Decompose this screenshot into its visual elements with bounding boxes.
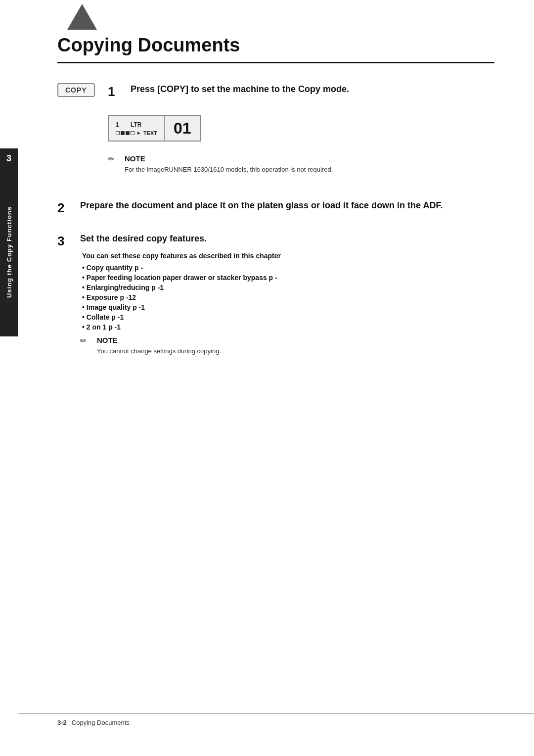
main-content: Copying Documents COPY 1 Press [COPY] to… [18, 0, 534, 756]
copy-button[interactable]: COPY [57, 83, 95, 97]
step3-note: ✏ NOTE You cannot change settings during… [80, 336, 494, 356]
step3-note-content: NOTE You cannot change settings during c… [97, 336, 221, 356]
step1-content: 1 Press [COPY] to set the machine to the… [108, 83, 494, 185]
note-icon-1: ✏ [108, 154, 120, 164]
footer-section: 3-2 [57, 719, 67, 726]
bullet-item-1: • Copy quantity p - [82, 264, 494, 272]
step1-row: COPY 1 Press [COPY] to set the machine t… [57, 83, 494, 185]
lcd-display: 1 LTR ► TEXT 01 [108, 115, 201, 142]
step3-note-text: You cannot change settings during copyin… [97, 346, 221, 356]
step3-number: 3 [57, 234, 71, 249]
bullet-item-5: • Image quality p -1 [82, 303, 494, 311]
step2-content: Prepare the document and place it on the… [80, 199, 494, 219]
lcd-squares [116, 131, 134, 135]
bullet-item-6: • Collate p -1 [82, 313, 494, 321]
side-tab: Using the Copy Functions [0, 168, 18, 336]
chapter-header: Copying Documents [57, 30, 494, 63]
side-tab-label: Using the Copy Functions [5, 206, 13, 298]
footer-title: Copying Documents [72, 719, 130, 726]
sq2 [121, 131, 125, 135]
triangle-decoration [67, 4, 97, 30]
step3-content: Set the desired copy features. You can s… [80, 233, 494, 366]
lcd-text-label: TEXT [143, 130, 157, 136]
step2-number: 2 [57, 200, 71, 216]
step1-title: Press [COPY] to set the machine to the C… [131, 83, 349, 95]
bullet-item-3: • Enlarging/reducing p -1 [82, 284, 494, 291]
bullet-item-2: • Paper feeding location paper drawer or… [82, 274, 494, 282]
bullet-list-header: You can set these copy features as descr… [82, 252, 494, 260]
lcd-row1: 1 LTR [116, 121, 157, 128]
bullet-item-4: • Exposure p -12 [82, 293, 494, 301]
step2-title: Prepare the document and place it on the… [80, 199, 494, 212]
chapter-number: 3 [0, 148, 18, 168]
page-footer: 3-2 Copying Documents [18, 713, 534, 731]
step3-container: 3 Set the desired copy features. You can… [57, 233, 494, 366]
sq4 [131, 131, 134, 135]
lcd-left: 1 LTR ► TEXT [109, 116, 165, 141]
step2-container: 2 Prepare the document and place it on t… [57, 199, 494, 219]
sq3 [126, 131, 130, 135]
note-icon-2: ✏ [80, 336, 92, 345]
lcd-arrow: ► [136, 130, 141, 136]
step1-btn-area: COPY [57, 83, 97, 97]
bullet-list: You can set these copy features as descr… [80, 252, 494, 331]
step1-note-content: NOTE For the imageRUNNER 1630/1610 model… [125, 154, 333, 175]
step1-note: ✏ NOTE For the imageRUNNER 1630/1610 mod… [108, 154, 494, 175]
bullet-item-7: • 2 on 1 p -1 [82, 323, 494, 331]
step1-note-label: NOTE [125, 154, 333, 163]
lcd-row2: ► TEXT [116, 130, 157, 136]
page-title: Copying Documents [57, 30, 494, 63]
step3-note-label: NOTE [97, 336, 221, 344]
step1-number: 1 [108, 84, 122, 99]
lcd-value: 01 [165, 116, 200, 141]
step1-note-text: For the imageRUNNER 1630/1610 models, th… [125, 165, 333, 175]
sq1 [116, 131, 120, 135]
step3-title: Set the desired copy features. [80, 233, 494, 245]
